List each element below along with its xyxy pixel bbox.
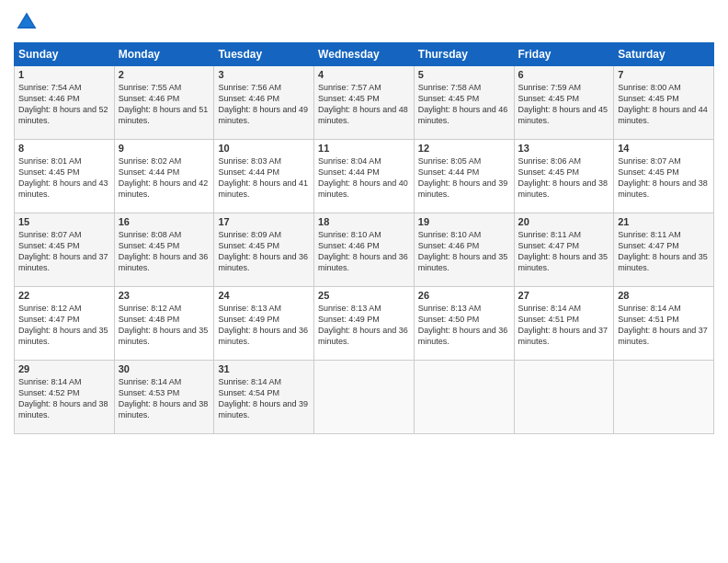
day-cell: 20Sunrise: 8:11 AMSunset: 4:47 PMDayligh…: [514, 213, 614, 287]
day-number: 24: [218, 290, 310, 301]
day-number: 2: [119, 69, 210, 80]
day-number: 10: [218, 143, 310, 154]
day-number: 28: [618, 290, 710, 301]
day-cell: 26Sunrise: 8:13 AMSunset: 4:50 PMDayligh…: [414, 287, 514, 361]
day-number: 27: [518, 290, 610, 301]
day-cell: 25Sunrise: 8:13 AMSunset: 4:49 PMDayligh…: [314, 287, 415, 361]
day-number: 23: [119, 290, 210, 301]
day-detail: Sunrise: 8:11 AMSunset: 4:47 PMDaylight:…: [618, 230, 708, 272]
day-cell: 13Sunrise: 8:06 AMSunset: 4:45 PMDayligh…: [514, 140, 614, 213]
day-number: 26: [418, 290, 510, 301]
day-number: 3: [218, 69, 310, 80]
week-row-1: 1Sunrise: 7:54 AMSunset: 4:46 PMDaylight…: [15, 66, 714, 140]
week-row-3: 15Sunrise: 8:07 AMSunset: 4:45 PMDayligh…: [15, 213, 714, 287]
day-detail: Sunrise: 8:09 AMSunset: 4:45 PMDaylight:…: [218, 230, 308, 272]
day-number: 20: [518, 216, 610, 227]
day-number: 17: [218, 216, 310, 227]
day-number: 21: [618, 216, 710, 227]
week-row-4: 22Sunrise: 8:12 AMSunset: 4:47 PMDayligh…: [15, 287, 714, 361]
day-number: 30: [119, 363, 210, 374]
calendar: SundayMondayTuesdayWednesdayThursdayFrid…: [14, 42, 714, 434]
day-detail: Sunrise: 8:14 AMSunset: 4:53 PMDaylight:…: [119, 377, 209, 419]
day-cell: 1Sunrise: 7:54 AMSunset: 4:46 PMDaylight…: [15, 66, 115, 140]
day-cell: 16Sunrise: 8:08 AMSunset: 4:45 PMDayligh…: [114, 213, 214, 287]
day-cell: 15Sunrise: 8:07 AMSunset: 4:45 PMDayligh…: [15, 213, 115, 287]
day-cell: 19Sunrise: 8:10 AMSunset: 4:46 PMDayligh…: [414, 213, 514, 287]
header-saturday: Saturday: [614, 43, 714, 66]
header-monday: Monday: [114, 43, 214, 66]
day-detail: Sunrise: 8:10 AMSunset: 4:46 PMDaylight:…: [418, 230, 508, 272]
day-number: 1: [18, 69, 110, 80]
day-cell: 2Sunrise: 7:55 AMSunset: 4:46 PMDaylight…: [114, 66, 214, 140]
day-cell: 21Sunrise: 8:11 AMSunset: 4:47 PMDayligh…: [614, 213, 714, 287]
header-sunday: Sunday: [15, 43, 115, 66]
day-number: 4: [318, 69, 410, 80]
day-detail: Sunrise: 8:13 AMSunset: 4:50 PMDaylight:…: [418, 304, 508, 346]
day-detail: Sunrise: 8:07 AMSunset: 4:45 PMDaylight:…: [18, 230, 108, 272]
day-cell: 31Sunrise: 8:14 AMSunset: 4:54 PMDayligh…: [214, 361, 314, 434]
header-area: [14, 9, 714, 35]
header-friday: Friday: [514, 43, 614, 66]
day-cell: 4Sunrise: 7:57 AMSunset: 4:45 PMDaylight…: [314, 66, 415, 140]
day-detail: Sunrise: 8:12 AMSunset: 4:48 PMDaylight:…: [119, 304, 209, 346]
day-number: 8: [18, 143, 110, 154]
day-detail: Sunrise: 8:14 AMSunset: 4:54 PMDaylight:…: [218, 377, 308, 419]
day-number: 9: [119, 143, 210, 154]
day-number: 5: [418, 69, 510, 80]
day-cell: 10Sunrise: 8:03 AMSunset: 4:44 PMDayligh…: [214, 140, 314, 213]
day-number: 12: [418, 143, 510, 154]
day-cell: 9Sunrise: 8:02 AMSunset: 4:44 PMDaylight…: [114, 140, 214, 213]
day-number: 13: [518, 143, 610, 154]
day-detail: Sunrise: 8:14 AMSunset: 4:51 PMDaylight:…: [618, 304, 708, 346]
day-cell: 24Sunrise: 8:13 AMSunset: 4:49 PMDayligh…: [214, 287, 314, 361]
day-cell: 23Sunrise: 8:12 AMSunset: 4:48 PMDayligh…: [114, 287, 214, 361]
day-detail: Sunrise: 8:12 AMSunset: 4:47 PMDaylight:…: [18, 304, 108, 346]
day-cell: 5Sunrise: 7:58 AMSunset: 4:45 PMDaylight…: [414, 66, 514, 140]
day-number: 19: [418, 216, 510, 227]
header-thursday: Thursday: [414, 43, 514, 66]
day-number: 25: [318, 290, 410, 301]
day-cell: 7Sunrise: 8:00 AMSunset: 4:45 PMDaylight…: [614, 66, 714, 140]
day-number: 7: [618, 69, 710, 80]
day-cell: 6Sunrise: 7:59 AMSunset: 4:45 PMDaylight…: [514, 66, 614, 140]
week-row-2: 8Sunrise: 8:01 AMSunset: 4:45 PMDaylight…: [15, 140, 714, 213]
header-wednesday: Wednesday: [314, 43, 415, 66]
day-cell: 28Sunrise: 8:14 AMSunset: 4:51 PMDayligh…: [614, 287, 714, 361]
day-detail: Sunrise: 7:58 AMSunset: 4:45 PMDaylight:…: [418, 83, 508, 125]
day-detail: Sunrise: 8:01 AMSunset: 4:45 PMDaylight:…: [18, 156, 108, 199]
day-number: 14: [618, 143, 710, 154]
day-number: 11: [318, 143, 410, 154]
day-detail: Sunrise: 7:59 AMSunset: 4:45 PMDaylight:…: [518, 83, 609, 125]
calendar-header-row: SundayMondayTuesdayWednesdayThursdayFrid…: [15, 43, 714, 66]
day-detail: Sunrise: 8:14 AMSunset: 4:52 PMDaylight:…: [18, 377, 108, 419]
day-detail: Sunrise: 8:05 AMSunset: 4:44 PMDaylight:…: [418, 156, 508, 199]
day-number: 15: [18, 216, 110, 227]
day-number: 31: [218, 363, 310, 374]
day-detail: Sunrise: 8:07 AMSunset: 4:45 PMDaylight:…: [618, 156, 708, 199]
day-cell: 12Sunrise: 8:05 AMSunset: 4:44 PMDayligh…: [414, 140, 514, 213]
day-cell: 8Sunrise: 8:01 AMSunset: 4:45 PMDaylight…: [15, 140, 115, 213]
day-cell: 3Sunrise: 7:56 AMSunset: 4:46 PMDaylight…: [214, 66, 314, 140]
day-cell: 27Sunrise: 8:14 AMSunset: 4:51 PMDayligh…: [514, 287, 614, 361]
day-cell: [314, 361, 415, 434]
day-cell: 17Sunrise: 8:09 AMSunset: 4:45 PMDayligh…: [214, 213, 314, 287]
day-detail: Sunrise: 7:54 AMSunset: 4:46 PMDaylight:…: [18, 83, 108, 125]
day-detail: Sunrise: 8:03 AMSunset: 4:44 PMDaylight:…: [218, 156, 308, 199]
day-detail: Sunrise: 7:56 AMSunset: 4:46 PMDaylight:…: [218, 83, 308, 125]
logo: [14, 9, 43, 35]
week-row-5: 29Sunrise: 8:14 AMSunset: 4:52 PMDayligh…: [15, 361, 714, 434]
day-detail: Sunrise: 8:13 AMSunset: 4:49 PMDaylight:…: [318, 304, 408, 346]
day-detail: Sunrise: 8:10 AMSunset: 4:46 PMDaylight:…: [318, 230, 408, 272]
day-number: 29: [18, 363, 110, 374]
day-detail: Sunrise: 8:11 AMSunset: 4:47 PMDaylight:…: [518, 230, 609, 272]
day-cell: 11Sunrise: 8:04 AMSunset: 4:44 PMDayligh…: [314, 140, 415, 213]
day-number: 16: [119, 216, 210, 227]
day-detail: Sunrise: 7:55 AMSunset: 4:46 PMDaylight:…: [119, 83, 209, 125]
day-cell: [414, 361, 514, 434]
day-number: 6: [518, 69, 610, 80]
day-detail: Sunrise: 8:13 AMSunset: 4:49 PMDaylight:…: [218, 304, 308, 346]
logo-icon: [14, 9, 40, 35]
day-number: 18: [318, 216, 410, 227]
day-number: 22: [18, 290, 110, 301]
header-tuesday: Tuesday: [214, 43, 314, 66]
